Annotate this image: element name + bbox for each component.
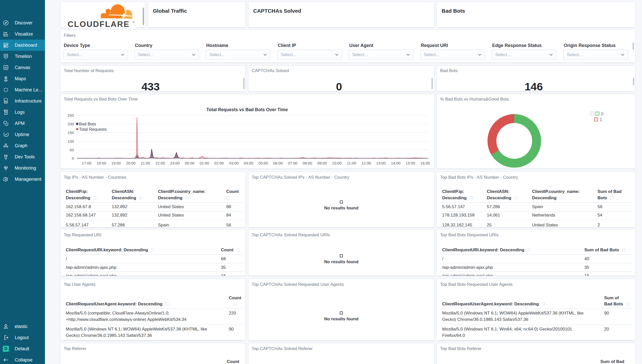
svg-text:10:00: 10:00 <box>332 161 342 165</box>
svg-text:01:00: 01:00 <box>200 161 209 165</box>
svg-text:20:00: 20:00 <box>126 161 136 165</box>
svg-text:250: 250 <box>68 113 74 118</box>
svg-text:05:00: 05:00 <box>259 161 268 165</box>
svg-text:19:00: 19:00 <box>111 161 121 165</box>
svg-text:100: 100 <box>68 139 74 143</box>
svg-text:®: ® <box>133 21 135 24</box>
svg-text:08:00: 08:00 <box>303 161 312 165</box>
svg-text:16:00: 16:00 <box>420 161 430 165</box>
svg-text:07:00: 07:00 <box>288 161 298 165</box>
svg-text:150: 150 <box>68 130 74 135</box>
svg-text:50: 50 <box>70 148 74 152</box>
svg-text:Total Requests: Total Requests <box>79 127 107 131</box>
svg-text:03:00: 03:00 <box>229 161 239 165</box>
svg-text:09:00: 09:00 <box>317 161 327 165</box>
svg-text:23:00: 23:00 <box>170 161 180 165</box>
svg-text:18:00: 18:00 <box>97 161 106 165</box>
svg-text:06:00: 06:00 <box>273 161 283 165</box>
svg-text:11:00: 11:00 <box>347 161 356 165</box>
svg-text:22:00: 22:00 <box>155 161 165 165</box>
svg-text:13:00: 13:00 <box>376 161 386 165</box>
svg-text:Total Requests vs Bad Bots Ove: Total Requests vs Bad Bots Over Time <box>206 107 288 112</box>
svg-text:200: 200 <box>68 122 74 126</box>
svg-text:CLOUDFLARE: CLOUDFLARE <box>68 20 130 28</box>
svg-text:Bad Bots: Bad Bots <box>79 122 96 126</box>
svg-text:04:00: 04:00 <box>244 161 253 165</box>
svg-text:0: 0 <box>72 156 74 160</box>
svg-text:14:00: 14:00 <box>391 161 400 165</box>
svg-text:21:00: 21:00 <box>141 161 150 165</box>
svg-text:0: 0 <box>601 111 603 116</box>
svg-text:15:00: 15:00 <box>406 161 415 165</box>
svg-text:02:00: 02:00 <box>214 161 224 165</box>
svg-text:12:00: 12:00 <box>361 161 371 165</box>
svg-text:00:00: 00:00 <box>185 161 195 165</box>
svg-text:1: 1 <box>600 117 602 122</box>
svg-text:17:00: 17:00 <box>82 161 91 165</box>
